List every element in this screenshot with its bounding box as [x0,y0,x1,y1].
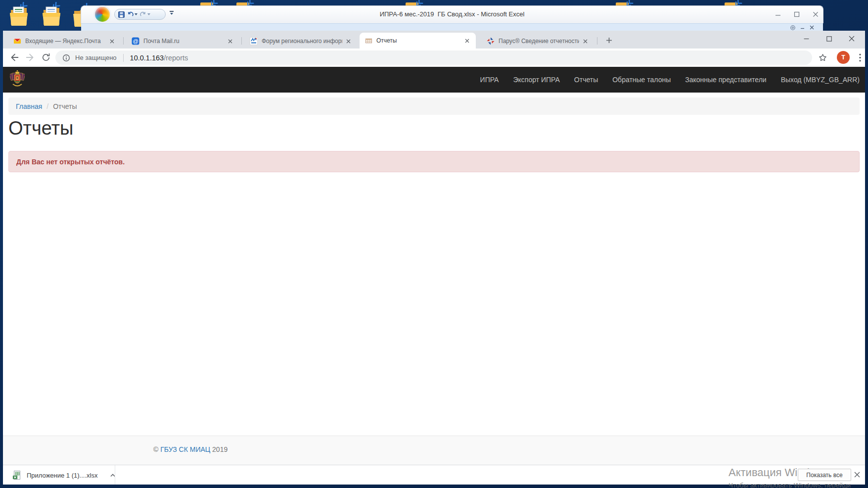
star-icon [819,53,827,62]
page-footer: © ГБУЗ СК МИАЦ 2019 [3,436,865,465]
tab-separator [597,37,597,45]
info-icon[interactable] [62,54,70,62]
download-filename: Приложение 1 (1)....xlsx [27,472,97,479]
address-bar[interactable]: Не защищено 10.0.1.163 /reports [55,50,812,65]
tab-title: Парус® Сведение отчетности [499,38,579,45]
redo-button[interactable] [140,11,150,17]
three-dots-icon [859,53,861,62]
show-all-downloads-button[interactable]: Показать все [798,469,851,481]
tab-close-icon[interactable] [108,37,116,46]
site-navbar: ИПРА Экспорт ИПРА Отчеты Обратные талоны… [3,67,865,93]
download-bar-close-button[interactable] [854,471,862,479]
forward-arrow-icon [25,52,36,63]
downloaded-file-item[interactable]: Приложение 1 (1)....xlsx [12,465,116,485]
breadcrumb-home-link[interactable]: Главная [16,102,42,110]
desktop-folder-icon[interactable] [9,2,29,28]
back-button[interactable] [7,50,22,65]
new-tab-button[interactable] [603,35,614,46]
excel-close-icon[interactable] [813,11,819,17]
nav-item-reports[interactable]: Отчеты [574,76,598,84]
workbook-minimize-icon[interactable] [800,25,805,30]
tab-close-icon[interactable] [581,37,590,46]
breadcrumb: Главная / Отчеты [8,98,860,115]
download-bar-separator [115,465,115,485]
browser-minimize-button[interactable] [795,31,818,47]
no-reports-alert: Для Вас нет открытых отчётов. [8,151,860,172]
svg-text:@: @ [133,38,138,44]
undo-button[interactable] [127,11,137,17]
tab-close-icon[interactable] [226,37,234,46]
back-arrow-icon [9,52,20,63]
tab-forum[interactable]: Форум регионального информа [244,34,357,49]
tab-mailru[interactable]: @ Почта Mail.ru [126,34,239,49]
save-icon[interactable] [118,11,125,18]
tab-close-icon[interactable] [463,37,471,45]
redo-icon [140,11,146,17]
url-host: 10.0.1.163 [130,54,164,62]
tab-yandex-mail[interactable]: Входящие — Яндекс.Почта [8,34,121,49]
reload-button[interactable] [39,50,53,65]
browser-toolbar: Не защищено 10.0.1.163 /reports Т [3,49,865,67]
site-nav-menu: ИПРА Экспорт ИПРА Отчеты Обратные талоны… [480,67,860,93]
close-icon [854,471,861,478]
nav-item-ipra[interactable]: ИПРА [480,76,499,84]
parus-icon [487,37,495,45]
excel-ribbon-strip [81,23,823,31]
footer-year: 2019 [212,445,228,453]
excel-help-icon[interactable] [790,25,795,30]
profile-avatar[interactable]: Т [837,51,850,64]
customize-qat-button[interactable] [170,11,174,15]
tab-separator [123,37,124,45]
nav-item-logout[interactable]: Выход (MBYZ_GB_ARR) [781,76,860,84]
excel-minimize-icon[interactable] [775,11,781,17]
nav-item-export-ipra[interactable]: Экспорт ИПРА [513,76,559,84]
browser-menu-button[interactable] [853,50,868,65]
office-button-icon[interactable] [95,7,110,22]
excel-window: ИПРА-6 мес.-2019 ГБ Свод.xlsx - Microsof… [81,5,823,31]
bookmark-star-button[interactable] [815,50,830,65]
miac-forum-icon [250,37,258,45]
tab-reports-active[interactable]: Отчеты [360,33,476,49]
desktop-folder-icon[interactable] [42,2,61,28]
workbook-close-icon[interactable] [810,25,814,30]
tab-title: Форум регионального информа [262,38,342,45]
windows-activation-watermark-subtext: Чтобы активировать Windows, перейди [729,482,851,488]
reload-icon [41,52,51,62]
copyright-symbol: © [153,445,158,453]
plus-icon [606,37,612,44]
yandex-mail-icon [13,37,21,45]
excel-file-icon [12,471,21,480]
tab-close-icon[interactable] [344,37,353,46]
breadcrumb-current: Отчеты [53,102,77,110]
nav-item-return-coupons[interactable]: Обратные талоны [612,76,671,84]
tab-title: Отчеты [376,37,461,44]
footer-org-link[interactable]: ГБУЗ СК МИАЦ [160,445,210,453]
footer-copyright: © ГБУЗ СК МИАЦ 2019 [153,445,228,453]
forward-button[interactable] [23,50,38,65]
browser-maximize-button[interactable] [818,31,840,47]
tab-separator [241,37,242,45]
nav-item-legal-representatives[interactable]: Законные представители [685,76,766,84]
url-path: /reports [164,54,188,62]
security-label: Не защищено [75,54,117,61]
mailru-icon: @ [132,37,139,45]
browser-close-button[interactable] [840,31,863,47]
page-title: Отчеты [8,118,73,139]
omnibox-separator [123,54,124,62]
browser-window: Входящие — Яндекс.Почта @ Почта Mail.ru … [3,31,865,485]
coat-of-arms-logo[interactable] [10,69,25,90]
excel-window-title: ИПРА-6 мес.-2019 ГБ Свод.xlsx - Microsof… [239,5,665,23]
undo-icon [127,11,134,17]
reports-table-icon [365,37,372,45]
tab-title: Входящие — Яндекс.Почта [25,38,106,45]
tab-parus[interactable]: Парус® Сведение отчетности [481,34,594,49]
breadcrumb-separator: / [46,102,48,110]
excel-maximize-icon[interactable] [794,11,800,17]
tab-title: Почта Mail.ru [143,38,224,45]
quick-access-toolbar [114,9,166,20]
tab-strip: Входящие — Яндекс.Почта @ Почта Mail.ru … [3,31,865,49]
